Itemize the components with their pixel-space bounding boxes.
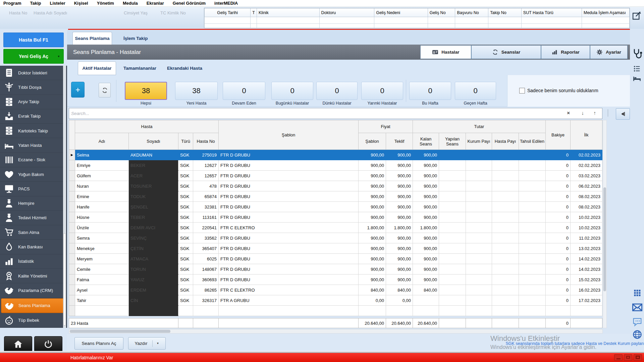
patient-row[interactable]: ▶SelmaAKDUMANSGK275019FTR D GRUBU900,009… — [69, 150, 602, 160]
sidebar-item-yo-un-bak-m[interactable]: Yoğun Bakım — [0, 167, 67, 182]
patient-row[interactable]: HüsneTEBERSGK113161FTR D GRUBU900,00900,… — [69, 212, 602, 223]
compose-icon[interactable] — [632, 10, 642, 22]
col-sablon[interactable]: Şablon — [219, 120, 359, 150]
chat-icon[interactable] — [632, 317, 642, 327]
sidebar-item-sat-n-alma[interactable]: Satın Alma — [0, 225, 67, 240]
col-adi[interactable]: Adı — [75, 133, 129, 150]
list-icon[interactable] — [633, 65, 641, 72]
col-kurum-payi[interactable]: Kurum Payı — [466, 133, 492, 150]
hastalar-button[interactable]: Hastalar — [420, 45, 471, 59]
sidebar-item-hem-ire[interactable]: Hemşire — [0, 196, 67, 211]
counter-devam-eden[interactable]: 0 — [223, 82, 265, 100]
patient-row[interactable]: NuranTOSUNERSGK478FTR D GRUBU900,00900,0… — [69, 181, 602, 191]
sidebar-item-doktor-i-stekleri[interactable]: Doktor İstekleri — [0, 66, 67, 80]
patient-row[interactable]: EmriyeBEKERSGK12627FTR D GRUBU900,00900,… — [69, 160, 602, 171]
arrow-up-icon[interactable]: ↑ — [594, 110, 596, 116]
field-tc-kimlik-no[interactable]: TC Kimlik No — [160, 10, 186, 15]
menu-ki-isel[interactable]: Kişisel — [74, 1, 88, 6]
col-ilk[interactable]: İlk — [571, 120, 602, 150]
raporlar-button[interactable]: Raporlar — [541, 45, 590, 59]
add-patient-button[interactable]: + — [71, 82, 85, 98]
field-hasta-no[interactable]: Hasta No — [9, 10, 27, 15]
subtab-aktif-hastalar[interactable]: Aktif Hastalar — [78, 61, 116, 75]
group-tutar[interactable]: Tutar — [413, 120, 546, 133]
collapse-panel-button[interactable] — [616, 108, 630, 120]
sidebar-item-evrak-takip[interactable]: Evrak Takip — [0, 109, 67, 124]
patient-row[interactable]: HanifeŞENGELSGK32381FTR D GRUBU900,00900… — [69, 202, 602, 212]
sidebar-item-ar-iv-takip[interactable]: Arşiv Takip — [0, 95, 67, 109]
patient-row[interactable]: GülfemACERSGK12657FTR D GRUBU900,00900,0… — [69, 171, 602, 181]
sidebar-item-t-p-bebek[interactable]: Tüp Bebek — [0, 313, 67, 328]
menu-medula[interactable]: Medula — [123, 1, 138, 6]
counter-d-nk-hastalar[interactable]: 0 — [316, 82, 358, 100]
col-hasta-payi[interactable]: Hasta Payı — [492, 133, 519, 150]
mail-icon[interactable] — [632, 302, 643, 313]
col-bakiye[interactable]: Bakiye — [546, 120, 571, 150]
restore-button[interactable] — [624, 354, 632, 361]
subtab-ekrandaki-hasta[interactable]: Ekrandaki Hasta — [167, 61, 202, 75]
refresh-button[interactable] — [99, 83, 111, 98]
patient-row[interactable]: MenekşeÇETİNSGK365407FTR D GRUBU900,0090… — [69, 243, 602, 254]
sidebar-item-kartoteks-takip[interactable]: Kartoteks Takip — [0, 124, 67, 138]
vertical-scrollbar[interactable] — [603, 120, 607, 328]
open-session-plan-button[interactable]: Seans Planını Aç — [74, 337, 123, 350]
horizontal-scrollbar[interactable] — [69, 329, 603, 334]
stethoscope-icon[interactable] — [631, 44, 643, 63]
menu-intermedia[interactable]: interMEDIA — [214, 1, 238, 6]
clear-search-icon[interactable]: × — [567, 110, 570, 116]
col-hasta-no[interactable]: Hasta No — [193, 133, 219, 150]
filter-checkbox[interactable] — [519, 88, 525, 94]
ayarlar-button[interactable]: Ayarlar — [590, 45, 628, 59]
counter-hepsi[interactable]: 38 — [125, 82, 167, 100]
bed-icon[interactable] — [632, 74, 642, 82]
arrow-down-icon[interactable]: ↓ — [582, 110, 584, 116]
sidebar-item-pacs[interactable]: PACS — [0, 182, 67, 196]
patient-row[interactable]: CemileTORUNSGK148067FTR D GRUBU900,00900… — [69, 264, 602, 275]
tab-seans-planlama[interactable]: Seans Planlama — [72, 32, 112, 45]
col-turu[interactable]: Türü — [178, 133, 193, 150]
sidebar-item-kalite-y-netimi[interactable]: Kalite Yönetimi — [0, 269, 67, 283]
grid-icon[interactable] — [633, 288, 641, 298]
minimize-button[interactable] — [614, 354, 623, 361]
group-hasta[interactable]: Hasta — [75, 120, 219, 133]
seanslar-button[interactable]: Seanslar — [471, 45, 541, 59]
col-fiyat-sablon[interactable]: Şablon — [359, 133, 386, 150]
field-cinsiyet-ya[interactable]: Cinsiyet Yaş — [124, 10, 148, 15]
col-yapilan-seans[interactable]: Yapılan Seans — [439, 133, 466, 150]
globe-icon[interactable] — [632, 329, 642, 340]
sidebar-item-yatan-hasta[interactable]: Yatan Hasta — [0, 138, 67, 153]
tab-islem-takip[interactable]: İşlem Takip — [118, 32, 153, 45]
sidebar-item-seans-planlama[interactable]: Seans Planlama — [1, 298, 66, 313]
search-input[interactable] — [70, 109, 547, 118]
menu-genel-g-r-n-m[interactable]: Genel Görünüm — [173, 1, 206, 6]
col-kalan-seans[interactable]: Kalan Seans — [413, 133, 439, 150]
col-soyadi[interactable]: Soyadı — [129, 133, 178, 150]
yeni-gelis-button[interactable]: Yeni Geliş Aç ▼ — [3, 49, 64, 64]
print-button[interactable]: Yazdır ▼ — [128, 337, 166, 350]
counter-bu-hafta[interactable]: 0 — [409, 82, 451, 100]
visit-grid[interactable]: Geliş TarihiTKlinikDoktoruGeliş NedeniGe… — [204, 8, 630, 28]
group-fiyat[interactable]: Fiyat — [359, 120, 413, 133]
patient-row[interactable]: MeryemATMACASGK6025FTR D GRUBU900,00900,… — [69, 254, 602, 264]
col-teklif[interactable]: Teklif — [386, 133, 413, 150]
menu-takip[interactable]: Takip — [30, 1, 41, 6]
menu-y-netim[interactable]: Yönetim — [97, 1, 114, 6]
patient-row[interactable]: AyselERDEMSGK86265FTR C ELEKTRO840,00840… — [69, 285, 602, 295]
subtab-tamamlananlar[interactable]: Tamamlananlar — [123, 61, 156, 75]
patient-row[interactable]: TahirCİNSGK326317FTR A GRUBU0,000,00017.… — [69, 295, 602, 306]
patient-row[interactable]: ÜnzileDEMİR AVCISGK220541FTR C ELEKTRO1.… — [69, 223, 602, 233]
counter-yar-nki-hastalar[interactable]: 0 — [361, 82, 403, 100]
sidebar-item-kan-bankas[interactable]: Kan Bankası — [0, 240, 67, 254]
patient-row[interactable]: FatmaYAVUZSGK360693FTR D GRUBU900,00900,… — [69, 275, 602, 285]
menu-program[interactable]: Program — [3, 1, 21, 6]
sidebar-item-i-statistik[interactable]: İstatistik — [0, 254, 67, 269]
sidebar-scrollbar[interactable] — [63, 66, 66, 328]
close-button[interactable] — [634, 354, 642, 361]
sidebar-item-eczane-stok[interactable]: Eczane - Stok — [0, 153, 67, 167]
counter-yeni-hasta[interactable]: 38 — [175, 82, 218, 100]
hasta-bul-button[interactable]: Hasta Bul F1 — [3, 33, 64, 47]
patient-row[interactable]: SemraSEVİNÇSGK33562FTR D GRUBU900,00900,… — [69, 233, 602, 243]
menu-listeler[interactable]: Listeler — [50, 1, 65, 6]
counter-bug-nk-hastalar[interactable]: 0 — [271, 82, 313, 100]
col-tahsil-edilen[interactable]: Tahsil Edilen — [519, 133, 546, 150]
